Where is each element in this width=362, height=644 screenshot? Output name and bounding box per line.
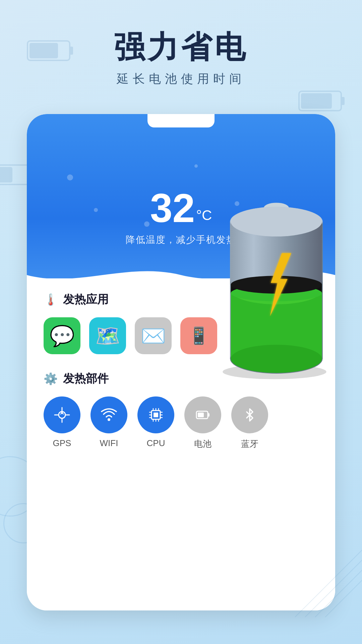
- cpu-circle: [137, 396, 174, 433]
- svg-line-49: [315, 570, 362, 617]
- bg-lines-decoration: [295, 550, 362, 617]
- wifi-label: WIFI: [100, 438, 118, 448]
- svg-line-47: [295, 550, 362, 617]
- bubble-4: [194, 164, 198, 168]
- component-battery[interactable]: 电池: [184, 396, 221, 450]
- app-icon-messages[interactable]: 💬: [44, 317, 80, 354]
- component-gps[interactable]: GPS: [44, 396, 80, 448]
- temperature-value: 32: [150, 188, 195, 228]
- header: 强力省电 延长电池使用时间: [0, 30, 362, 87]
- bluetooth-label: 蓝牙: [241, 438, 258, 450]
- wifi-circle: [90, 396, 127, 433]
- svg-rect-8: [154, 413, 158, 417]
- svg-point-37: [231, 345, 322, 373]
- svg-rect-23: [198, 413, 204, 417]
- bg-battery-icon-2: [298, 91, 342, 111]
- svg-line-50: [325, 580, 362, 617]
- thermometer-icon: 🌡️: [44, 293, 58, 306]
- app-other-icon: 📱: [188, 326, 209, 345]
- mail-icon: ✉️: [141, 324, 166, 348]
- components-row: GPS WIFI: [44, 396, 318, 450]
- bluetooth-circle: [231, 396, 268, 433]
- battery-3d-illustration: [208, 201, 335, 376]
- svg-point-6: [108, 418, 110, 421]
- svg-rect-22: [208, 413, 209, 417]
- cpu-label: CPU: [147, 438, 165, 448]
- hot-apps-title: 发热应用: [63, 292, 109, 307]
- battery-svg: [208, 201, 335, 379]
- component-wifi[interactable]: WIFI: [90, 396, 127, 448]
- messages-icon: 💬: [50, 324, 75, 348]
- phone-mockup: 32°C 降低温度，减少手机发热 🌡️ 发热应用 💬 🗺️ ✉️ 📱: [27, 114, 335, 610]
- cpu-icon: [147, 406, 165, 424]
- bluetooth-icon: [241, 406, 259, 424]
- gps-circle: [44, 396, 80, 433]
- battery-circle: [184, 396, 221, 433]
- hot-components-title: 发热部件: [63, 371, 109, 386]
- gear-icon: ⚙️: [44, 372, 58, 385]
- gps-label: GPS: [53, 438, 71, 448]
- gps-icon: [53, 406, 71, 424]
- sub-title: 延长电池使用时间: [0, 71, 362, 87]
- battery-component-icon: [194, 406, 212, 424]
- main-title: 强力省电: [0, 30, 362, 64]
- app-icon-mail[interactable]: ✉️: [135, 317, 172, 354]
- component-bluetooth[interactable]: 蓝牙: [231, 396, 268, 450]
- app-icon-maps[interactable]: 🗺️: [89, 317, 126, 354]
- phone-notch: [147, 114, 215, 127]
- wifi-icon: [100, 406, 118, 424]
- svg-point-43: [231, 207, 322, 236]
- maps-icon: 🗺️: [95, 324, 120, 348]
- battery-label: 电池: [194, 438, 212, 450]
- component-cpu[interactable]: CPU: [137, 396, 174, 448]
- bubble-1: [67, 174, 73, 180]
